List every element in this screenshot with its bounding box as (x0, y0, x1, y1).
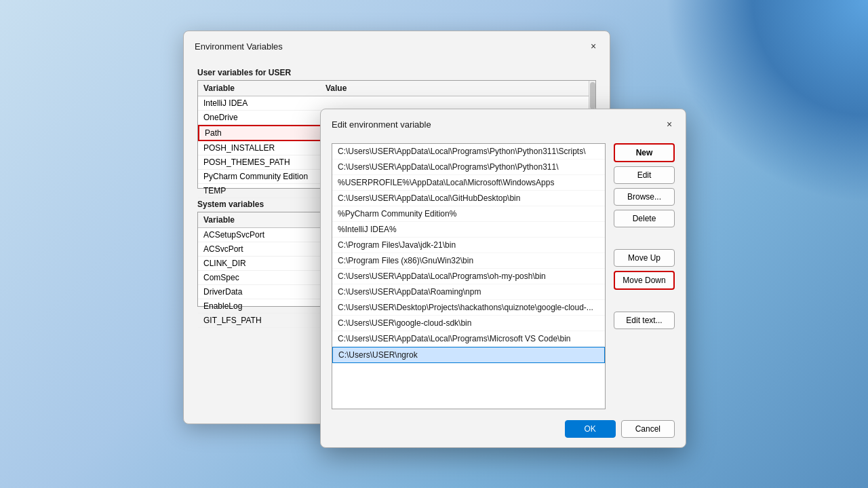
env-vars-titlebar: Environment Variables × (184, 31, 610, 60)
user-var-name: TEMP (203, 186, 326, 195)
browse-path-button[interactable]: Browse... (614, 188, 675, 206)
sys-var-name: CLINK_DIR (203, 259, 326, 268)
sys-var-name: GIT_LFS_PATH (203, 316, 326, 325)
move-down-button[interactable]: Move Down (614, 271, 675, 290)
spacer (614, 294, 675, 307)
sys-var-name: DriverData (203, 287, 326, 297)
user-var-name: Path (205, 128, 327, 138)
env-vars-title: Environment Variables (195, 41, 283, 52)
path-item[interactable]: C:\Users\USER\AppData\Local\GitHubDeskto… (332, 191, 605, 206)
user-var-name: POSH_THEMES_PATH (203, 157, 326, 167)
path-list: C:\Users\USER\AppData\Local\Programs\Pyt… (332, 143, 606, 409)
path-item[interactable]: C:\Users\USER\AppData\Local\Programs\oh-… (332, 269, 605, 284)
user-var-name: POSH_INSTALLER (203, 143, 326, 153)
path-item[interactable]: C:\Program Files\Java\jdk-21\bin (332, 238, 605, 253)
user-vars-header: Variable Value (198, 81, 589, 96)
edit-buttons-panel: New Edit Browse... Delete Move Up Move D… (614, 143, 675, 409)
user-vars-scrollbar-thumb (590, 82, 595, 109)
path-item[interactable]: C:\Users\USER\AppData\Local\Programs\Pyt… (332, 159, 605, 175)
user-vars-col-value: Value (326, 83, 583, 93)
edit-env-titlebar: Edit environment variable × (321, 109, 686, 138)
edit-env-cancel-button[interactable]: Cancel (621, 420, 675, 438)
user-vars-col-variable: Variable (203, 83, 326, 93)
edit-text-button[interactable]: Edit text... (614, 312, 675, 329)
path-item-selected[interactable]: C:\Users\USER\ngrok (332, 347, 605, 363)
user-var-value (326, 98, 583, 108)
path-item[interactable]: C:\Users\USER\Desktop\Projects\hackathon… (332, 300, 605, 316)
sys-var-name: ACSetupSvcPort (203, 230, 326, 240)
user-var-name: OneDrive (203, 113, 326, 122)
delete-path-button[interactable]: Delete (614, 210, 675, 227)
edit-env-ok-button[interactable]: OK (565, 420, 616, 438)
edit-path-button[interactable]: Edit (614, 166, 675, 184)
sys-var-name: ACSvcPort (203, 244, 326, 254)
user-vars-label: User variables for USER (197, 68, 596, 77)
system-vars-col-variable: Variable (203, 215, 326, 225)
path-item[interactable]: %IntelliJ IDEA% (332, 222, 605, 238)
edit-env-dialog: Edit environment variable × C:\Users\USE… (320, 109, 686, 448)
path-item[interactable]: C:\Users\USER\AppData\Local\Programs\Mic… (332, 331, 605, 347)
edit-env-close-button[interactable]: × (661, 116, 677, 132)
path-item[interactable]: %USERPROFILE%\AppData\Local\Microsoft\Wi… (332, 175, 605, 191)
move-up-button[interactable]: Move Up (614, 249, 675, 267)
user-var-name: IntelliJ IDEA (203, 98, 326, 108)
path-item[interactable]: C:\Program Files (x86)\GnuWin32\bin (332, 253, 605, 269)
path-item[interactable]: C:\Users\USER\AppData\Roaming\npm (332, 284, 605, 300)
path-item[interactable]: C:\Users\USER\google-cloud-sdk\bin (332, 316, 605, 331)
spacer (614, 231, 675, 245)
edit-env-body: C:\Users\USER\AppData\Local\Programs\Pyt… (321, 138, 686, 415)
env-vars-close-button[interactable]: × (585, 38, 601, 54)
user-var-name: PyCharm Community Edition (203, 172, 326, 181)
sys-var-name: ComSpec (203, 273, 326, 282)
sys-var-name: EnableLog (203, 301, 326, 311)
edit-env-title: Edit environment variable (332, 119, 431, 130)
new-path-button[interactable]: New (614, 143, 675, 162)
edit-env-footer: OK Cancel (321, 415, 686, 447)
path-item[interactable]: %PyCharm Community Edition% (332, 206, 605, 222)
path-item[interactable]: C:\Users\USER\AppData\Local\Programs\Pyt… (332, 144, 605, 159)
